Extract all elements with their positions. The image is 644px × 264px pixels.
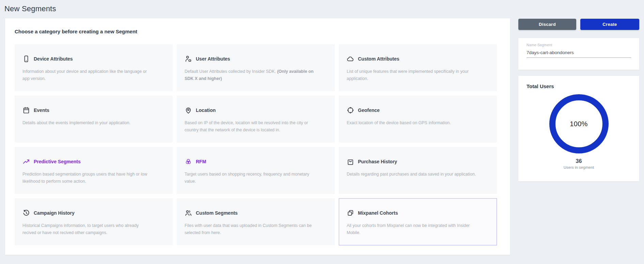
calendar-icon	[22, 106, 30, 114]
map-pin-icon	[185, 106, 192, 114]
card-title: Campaign History	[34, 210, 75, 216]
card-description: Details about the events implemented in …	[22, 119, 152, 127]
card-head: Geofence	[347, 106, 476, 114]
category-card-user-attributes[interactable]: User Attributes Default User Attributes …	[177, 44, 335, 91]
category-card-predictive-segments[interactable]: Predictive Segments Prediction based seg…	[15, 147, 173, 194]
card-head: Custom Segments	[185, 209, 314, 217]
card-head: Purchase History	[347, 158, 476, 165]
card-head: Mixpanel Cohorts	[347, 209, 476, 217]
category-card-purchase-history[interactable]: Purchase History Details regarding past …	[339, 147, 497, 194]
linked-squares-icon	[347, 209, 354, 217]
category-card-mixpanel-cohorts[interactable]: Mixpanel Cohorts All your cohorts from M…	[339, 198, 497, 245]
card-description: Based on IP of the device, location will…	[185, 119, 314, 134]
card-description: Historical Campaigns information, to tar…	[22, 222, 152, 236]
category-card-rfm[interactable]: RFM Target users based on shopping recen…	[177, 147, 335, 194]
card-description: All your cohorts from Mixpanel can now b…	[347, 222, 476, 236]
name-segment-label: Name Segment	[527, 43, 631, 47]
users-count: 36	[527, 158, 631, 164]
name-segment-card: Name Segment	[518, 38, 639, 70]
card-head: User Attributes	[185, 55, 314, 63]
donut-percent-label: 100%	[549, 94, 609, 154]
total-users-card: Total Users 100% 36 Users in segment	[518, 76, 639, 181]
card-description: Information about your device and applic…	[22, 68, 152, 82]
category-card-campaign-history[interactable]: Campaign History Historical Campaigns in…	[15, 198, 173, 245]
card-title: Device Attributes	[34, 56, 73, 62]
card-title: User Attributes	[196, 56, 230, 62]
user-card-icon	[185, 55, 192, 63]
card-title: RFM	[196, 159, 206, 164]
category-card-location[interactable]: Location Based on IP of the device, loca…	[177, 96, 335, 143]
card-description: Exact location of the device based on GP…	[347, 119, 476, 127]
category-card-custom-segments[interactable]: Custom Segments Files with user data tha…	[177, 198, 335, 245]
card-title: Predictive Segments	[34, 159, 81, 164]
card-head: Predictive Segments	[22, 158, 152, 165]
card-title: Purchase History	[358, 159, 397, 164]
card-head: Events	[22, 106, 152, 114]
card-title: Custom Attributes	[358, 56, 399, 62]
crosshair-icon	[347, 106, 354, 114]
card-head: RFM	[185, 158, 314, 165]
card-description: Default User Attributes collected by Ins…	[185, 68, 314, 82]
card-description: List of unique features that were implem…	[347, 68, 476, 82]
category-card-events[interactable]: Events Details about the events implemen…	[15, 96, 173, 143]
card-title: Events	[34, 108, 49, 113]
venn-icon	[185, 158, 192, 165]
card-description: Files with user data that was uploaded i…	[185, 222, 314, 236]
history-clock-icon	[22, 209, 30, 217]
card-head: Device Attributes	[22, 55, 152, 63]
card-title: Geofence	[358, 108, 380, 113]
name-segment-input[interactable]	[527, 50, 631, 58]
card-title: Custom Segments	[196, 210, 238, 216]
category-grid: Device Attributes Information about your…	[15, 44, 497, 245]
action-buttons: Discard Create	[518, 19, 639, 30]
shopping-bag-icon	[347, 158, 354, 165]
card-description: Prediction based segmentation groups use…	[22, 171, 152, 185]
card-title: Mixpanel Cohorts	[358, 210, 398, 216]
trending-up-icon	[22, 158, 30, 165]
card-description: Target users based on shopping recency, …	[185, 171, 314, 185]
users-count-caption: Users in segment	[527, 165, 631, 169]
cloud-icon	[347, 55, 354, 63]
create-button[interactable]: Create	[580, 19, 639, 30]
category-card-custom-attributes[interactable]: Custom Attributes List of unique feature…	[339, 44, 497, 91]
card-description: Details regarding past purchases and dat…	[347, 171, 476, 178]
discard-button[interactable]: Discard	[518, 19, 576, 30]
total-users-donut-chart: 100%	[549, 94, 609, 154]
card-head: Location	[185, 106, 314, 114]
category-card-geofence[interactable]: Geofence Exact location of the device ba…	[339, 96, 497, 143]
panel-subtitle: Choose a category before creating a new …	[15, 29, 137, 34]
page-title: New Segments	[4, 4, 56, 13]
card-title: Location	[196, 108, 216, 113]
smartphone-icon	[22, 55, 30, 63]
card-head: Campaign History	[22, 209, 152, 217]
card-head: Custom Attributes	[347, 55, 476, 63]
total-users-title: Total Users	[527, 83, 631, 89]
users-icon	[185, 209, 192, 217]
segment-category-panel: Choose a category before creating a new …	[5, 18, 510, 255]
category-card-device-attributes[interactable]: Device Attributes Information about your…	[15, 44, 173, 91]
